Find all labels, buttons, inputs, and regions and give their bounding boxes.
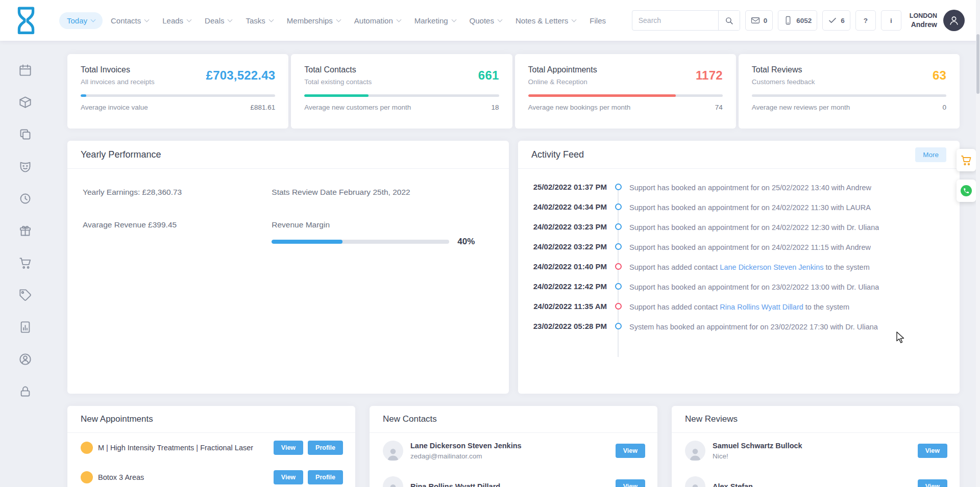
phone-badge: 6052 — [796, 17, 812, 24]
nav-item-contacts[interactable]: Contacts — [105, 12, 154, 29]
search-button[interactable] — [718, 11, 740, 30]
user-info: LONDON Andrew — [910, 12, 937, 29]
activity-item: 24/02/2022 01:40 PMSupport has added con… — [530, 262, 946, 272]
view-button[interactable]: View — [918, 479, 947, 487]
call-float-button[interactable] — [957, 180, 976, 202]
main-navigation: TodayContactsLeadsDealsTasksMembershipsA… — [59, 12, 611, 29]
view-button[interactable]: View — [918, 444, 947, 458]
sidebar-calendar-icon[interactable] — [17, 63, 33, 79]
view-button[interactable]: View — [274, 441, 303, 455]
nav-item-label: Notes & Letters — [516, 16, 568, 25]
sidebar-mask-icon[interactable] — [17, 160, 33, 175]
contact-link[interactable]: Rina Rollins Wyatt Dillard — [720, 303, 803, 311]
mail-button[interactable]: 0 — [745, 10, 773, 31]
list-item: Botox 3 AreasViewProfile — [67, 463, 355, 487]
stat-footer-label: Average new customers per month — [304, 104, 411, 111]
nav-item-notes-letters[interactable]: Notes & Letters — [510, 12, 581, 29]
cart-float-button[interactable] — [957, 149, 976, 171]
search-input[interactable] — [632, 11, 718, 30]
stat-value: £703,522.43 — [206, 68, 276, 83]
sidebar-account-icon[interactable] — [17, 352, 33, 368]
panel-header: New Contacts — [370, 406, 657, 433]
sidebar-gift-icon[interactable] — [17, 224, 33, 239]
sidebar-lock-icon[interactable] — [17, 385, 33, 400]
nav-item-tasks[interactable]: Tasks — [240, 12, 278, 29]
activity-text: Support has added contact Rina Rollins W… — [629, 301, 849, 312]
activity-text: Support has booked an appointment for on… — [629, 222, 879, 233]
activity-text: System has booked an appointment for on … — [629, 321, 878, 332]
view-button[interactable]: View — [616, 479, 645, 487]
sidebar-report-icon[interactable] — [17, 320, 33, 336]
sidebar-copy-icon[interactable] — [17, 127, 33, 143]
activity-item: 25/02/2022 01:37 PMSupport has booked an… — [530, 182, 946, 193]
nav-item-deals[interactable]: Deals — [199, 12, 237, 29]
stat-progress-bar — [81, 94, 275, 97]
info-button[interactable]: i — [881, 10, 901, 31]
nav-item-marketing[interactable]: Marketing — [409, 12, 461, 29]
search-icon — [725, 16, 733, 25]
hourglass-logo-icon — [14, 6, 38, 35]
panel-header: New Reviews — [672, 406, 960, 433]
activity-time: 25/02/2022 01:37 PM — [530, 182, 607, 192]
more-button[interactable]: More — [915, 147, 946, 162]
phone-button[interactable]: 6052 — [778, 10, 817, 31]
sidebar-package-icon[interactable] — [17, 95, 33, 111]
profile-button[interactable]: Profile — [308, 470, 343, 484]
nav-item-today[interactable]: Today — [59, 12, 103, 29]
activity-text: Support has booked an appointment for on… — [629, 202, 871, 213]
question-icon: ? — [864, 17, 868, 24]
activity-item: 24/02/2022 03:22 PMSupport has booked an… — [530, 242, 946, 252]
sidebar-cart-icon[interactable] — [17, 256, 33, 271]
activity-feed-title: Activity Feed — [531, 149, 584, 160]
list-item-title: Alex Stefan — [713, 482, 753, 487]
profile-button[interactable]: Profile — [308, 441, 343, 455]
nav-item-label: Quotes — [470, 16, 494, 25]
mail-badge: 0 — [764, 17, 768, 24]
avatar — [81, 442, 93, 454]
list-item-title: Rina Rollins Wyatt Dillard — [410, 482, 500, 487]
tag-icon — [18, 288, 32, 304]
scrollbar-track[interactable] — [976, 0, 980, 487]
contact-link[interactable]: Lane Dickerson Steven Jenkins — [720, 263, 823, 271]
panel-title: New Reviews — [685, 414, 738, 424]
tasks-button[interactable]: 6 — [822, 10, 850, 31]
stats-review-date: Stats Review Date February 25th, 2022 — [272, 187, 494, 197]
mobile-phone-icon — [783, 16, 793, 25]
user-avatar[interactable] — [943, 10, 965, 31]
yearly-performance-header: Yearly Performance — [67, 141, 509, 169]
help-button[interactable]: ? — [855, 10, 876, 31]
stat-subtitle: Online & Reception — [528, 78, 597, 86]
stat-progress-bar — [528, 94, 723, 97]
stat-progress-bar — [304, 94, 499, 97]
list-item: Alex StefanView — [672, 469, 960, 487]
navbar-right: 0 6052 6 ? i LONDON Andrew — [632, 10, 965, 31]
app-logo[interactable] — [14, 6, 38, 35]
nav-item-automation[interactable]: Automation — [349, 12, 406, 29]
info-icon: i — [890, 17, 892, 24]
nav-item-label: Marketing — [414, 16, 448, 25]
nav-item-memberships[interactable]: Memberships — [281, 12, 346, 29]
timeline-dot — [615, 263, 622, 270]
activity-item: 24/02/2022 12:42 PMSupport has booked an… — [530, 281, 946, 292]
scrollbar-thumb[interactable] — [976, 34, 979, 94]
report-icon — [18, 320, 32, 336]
nav-item-leads[interactable]: Leads — [157, 12, 197, 29]
view-button[interactable]: View — [274, 470, 303, 484]
yearly-performance-title: Yearly Performance — [81, 149, 161, 160]
calendar-icon — [18, 63, 32, 79]
view-button[interactable]: View — [616, 444, 645, 458]
nav-item-quotes[interactable]: Quotes — [464, 12, 507, 29]
middle-row: Yearly Performance Yearly Earnings: £28,… — [67, 141, 960, 394]
avatar — [383, 476, 403, 487]
floating-action-tabs — [957, 149, 976, 202]
sidebar-tag-icon[interactable] — [17, 288, 33, 303]
list-item: M | High Intensity Treatments | Fraction… — [67, 433, 355, 463]
bottom-row: New AppointmentsM | High Intensity Treat… — [67, 406, 960, 487]
nav-item-files[interactable]: Files — [584, 12, 611, 29]
avatar — [685, 441, 705, 461]
nav-item-label: Contacts — [111, 16, 141, 25]
nav-item-label: Today — [67, 16, 87, 25]
cart-icon — [18, 256, 32, 272]
user-name: Andrew — [910, 20, 937, 29]
sidebar-history-icon[interactable] — [17, 192, 33, 207]
